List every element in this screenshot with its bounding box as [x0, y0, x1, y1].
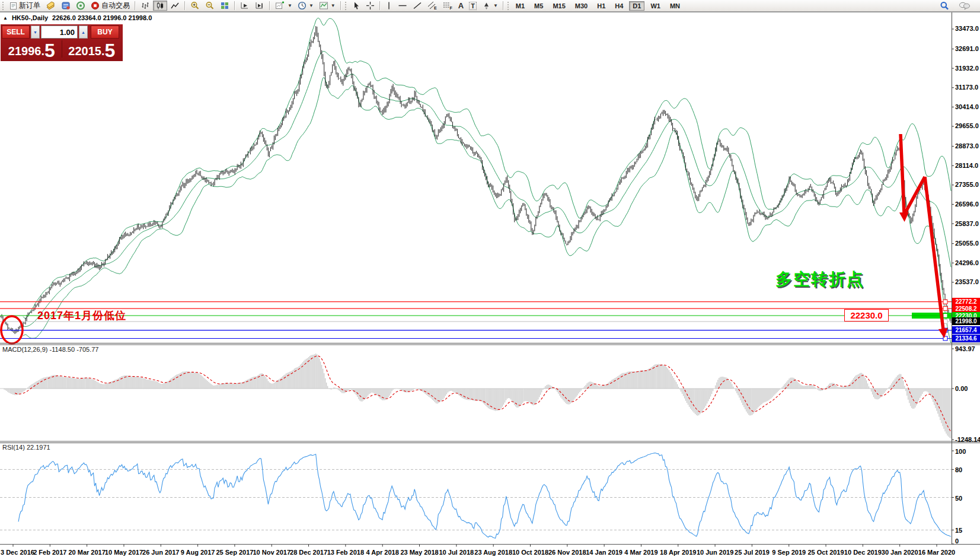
- toolbar-separator: [184, 1, 186, 10]
- data-window-button[interactable]: [59, 1, 73, 11]
- data-window-icon: [61, 1, 71, 10]
- market-watch-button[interactable]: [43, 1, 58, 11]
- periods-icon: [298, 1, 307, 10]
- tile-windows-icon: [220, 1, 229, 10]
- price-axis-tick: 23537.0: [955, 278, 979, 285]
- time-axis-label: 13 Feb 2018: [327, 549, 364, 556]
- time-axis-label: 16 Mar 2020: [918, 549, 955, 556]
- equidistant-channel-button[interactable]: E: [425, 1, 440, 11]
- chat-icon: [959, 1, 971, 10]
- arrows-button[interactable]: ▼: [480, 1, 500, 11]
- dropdown-arrow-icon: ▼: [288, 3, 292, 8]
- trendline-icon: [413, 1, 422, 10]
- sell-button[interactable]: SELL: [2, 26, 30, 39]
- new-chart-button[interactable]: ▼: [273, 1, 295, 11]
- time-axis-label: 9 Aug 2017: [181, 549, 215, 556]
- timeframe-button-m15[interactable]: M15: [549, 1, 569, 11]
- timeframe-button-m5[interactable]: M5: [531, 1, 547, 11]
- macd-label: MACD(12,26,9) -1148.50 -705.77: [2, 346, 98, 353]
- mt4-window: 新订单 自动交易: [0, 0, 980, 560]
- one-click-trading-panel: SELL ▼ ▲ BUY 21996.5 22015.5: [1, 24, 123, 61]
- periods-button[interactable]: ▼: [295, 1, 316, 11]
- rsi-label: RSI(14) 22.1971: [2, 444, 50, 451]
- rsi-axis-label: 100: [955, 448, 966, 455]
- navigator-button[interactable]: [74, 1, 88, 11]
- dropdown-arrow-icon: ▼: [493, 3, 498, 8]
- text-label-button[interactable]: T: [467, 1, 479, 11]
- price-tag: 21334.6: [952, 335, 980, 342]
- time-axis-label: 14 Jan 2019: [586, 549, 623, 556]
- channel-icon: E: [427, 1, 438, 10]
- symbol-title: HK50-,Daily: [12, 14, 48, 21]
- trendline-button[interactable]: [410, 1, 424, 11]
- templates-button[interactable]: ▼: [317, 1, 338, 11]
- new-order-label: 新订单: [19, 1, 40, 11]
- cursor-icon: [352, 1, 360, 10]
- time-axis-label: 10 May 2017: [105, 549, 143, 556]
- chat-button[interactable]: [956, 1, 973, 11]
- line-chart-icon: [170, 1, 180, 10]
- arrows-icon: [482, 1, 491, 10]
- price-axis-tick: 27355.0: [955, 181, 979, 188]
- horizontal-line-button[interactable]: [395, 1, 410, 11]
- text-button[interactable]: A: [456, 1, 466, 11]
- crosshair-button[interactable]: [363, 1, 377, 11]
- buy-button[interactable]: BUY: [91, 26, 119, 39]
- time-axis-label: 23 May 2018: [400, 549, 438, 556]
- price-axis-tick: 30414.0: [955, 103, 979, 110]
- cursor-button[interactable]: [350, 1, 363, 11]
- fibonacci-button[interactable]: F: [440, 1, 455, 11]
- search-button[interactable]: [937, 1, 952, 11]
- volume-input[interactable]: [41, 26, 78, 39]
- timeframe-button-h4[interactable]: H4: [611, 1, 627, 11]
- time-axis-label: 10 Nov 2017: [253, 549, 291, 556]
- price-axis-tick: 24296.0: [955, 259, 979, 266]
- timeframe-button-m1[interactable]: M1: [512, 1, 528, 11]
- annotation-2017-low: 2017年1月份低位: [37, 308, 126, 323]
- navigator-icon: [76, 1, 85, 10]
- auto-trading-label: 自动交易: [101, 1, 130, 11]
- dropdown-arrow-icon: ▼: [309, 3, 314, 8]
- candlestick-chart-button[interactable]: [153, 1, 167, 11]
- timeframe-button-mn[interactable]: MN: [666, 1, 684, 11]
- collapse-icon[interactable]: ▲: [3, 15, 8, 21]
- svg-text:E: E: [434, 6, 437, 10]
- rsi-axis-label: 15: [955, 527, 962, 534]
- time-axis-label: 9 Sep 2019: [772, 549, 806, 556]
- dropdown-arrow-icon: ▼: [331, 3, 336, 8]
- timeframe-button-m30[interactable]: M30: [572, 1, 591, 11]
- line-chart-button[interactable]: [168, 1, 182, 11]
- svg-text:F: F: [449, 6, 452, 10]
- toolbar-right-group: [937, 1, 979, 11]
- zoom-in-button[interactable]: [188, 1, 202, 11]
- zoom-out-icon: [205, 1, 215, 10]
- timeframe-button-d1[interactable]: D1: [629, 1, 644, 11]
- price-tag: 21998.0: [952, 317, 980, 325]
- time-axis-label: 4 Mar 2019: [624, 549, 657, 556]
- sell-price-display[interactable]: 21996.5: [2, 39, 62, 59]
- volume-increase-button[interactable]: ▲: [79, 26, 88, 39]
- level-price-label: 22230.0: [844, 309, 889, 322]
- tile-windows-button[interactable]: [218, 1, 232, 11]
- chart-shift-button[interactable]: [253, 1, 267, 11]
- price-axis-tick: 25055.0: [955, 240, 979, 247]
- timeframe-button-w1[interactable]: W1: [647, 1, 664, 11]
- new-order-icon: [9, 2, 17, 10]
- timeframe-button-h1[interactable]: H1: [593, 1, 609, 11]
- toolbar-separator: [379, 1, 381, 10]
- time-axis-label: 30 Jan 2020: [882, 549, 918, 556]
- toolbar-grip: [2, 2, 5, 10]
- buy-price-display[interactable]: 22015.5: [62, 39, 122, 59]
- time-axis-label: 28 Dec 2017: [290, 549, 327, 556]
- volume-decrease-button[interactable]: ▼: [31, 26, 40, 39]
- macd-axis-label: 943.97: [955, 345, 975, 352]
- chart-shift-icon: [255, 1, 264, 10]
- bar-chart-button[interactable]: [138, 1, 152, 11]
- time-axis-label: 26 Nov 2018: [548, 549, 586, 556]
- auto-trading-button[interactable]: 自动交易: [88, 1, 132, 11]
- zoom-out-button[interactable]: [203, 1, 217, 11]
- text-icon: A: [458, 1, 464, 10]
- auto-scroll-button[interactable]: [238, 1, 252, 11]
- new-order-button[interactable]: 新订单: [7, 1, 43, 11]
- vertical-line-button[interactable]: [383, 1, 395, 11]
